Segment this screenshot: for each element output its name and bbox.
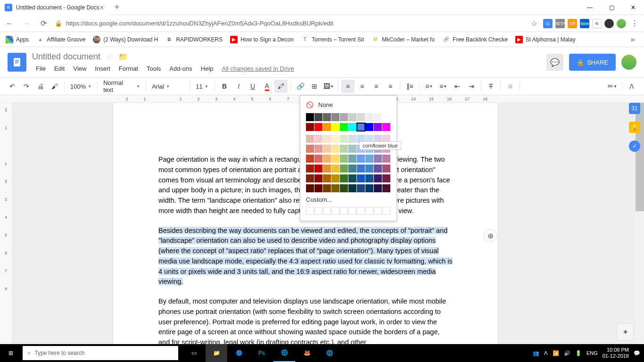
comments-button[interactable]: 💬 xyxy=(546,54,563,71)
battery-icon[interactable]: 🔋 xyxy=(575,350,582,356)
color-swatch[interactable] xyxy=(314,123,322,131)
menu-insert[interactable]: Insert xyxy=(91,63,114,74)
recent-swatch[interactable] xyxy=(323,207,331,215)
app-icon[interactable]: 🔵 xyxy=(228,344,250,362)
font-size-select[interactable]: 11▼ xyxy=(193,80,212,93)
align-right-button[interactable]: ≡ xyxy=(370,80,383,93)
underline-button[interactable]: U xyxy=(246,80,259,93)
color-swatch[interactable] xyxy=(323,174,331,182)
docs-logo[interactable] xyxy=(8,53,26,72)
color-none-option[interactable]: 🚫 None xyxy=(306,101,391,108)
recent-swatch[interactable] xyxy=(365,207,373,215)
close-tab-icon[interactable]: × xyxy=(100,4,104,11)
color-swatch[interactable] xyxy=(306,174,314,182)
windows-search[interactable]: ○ Type here to search xyxy=(23,346,178,360)
color-swatch[interactable] xyxy=(374,174,382,182)
color-swatch[interactable] xyxy=(323,165,331,173)
align-left-button[interactable]: ≡ xyxy=(341,80,355,93)
bookmark-item[interactable]: TTorrents – Torrent Sit xyxy=(301,36,364,43)
color-swatch[interactable] xyxy=(357,123,365,131)
color-swatch[interactable] xyxy=(357,174,365,182)
ext-icon-new[interactable]: New xyxy=(580,19,589,28)
color-swatch[interactable] xyxy=(340,184,348,192)
color-swatch[interactable] xyxy=(323,113,331,121)
custom-color-option[interactable]: Custom... xyxy=(306,196,391,203)
vertical-ruler[interactable]: 2112345678 xyxy=(0,103,12,344)
color-swatch[interactable] xyxy=(331,145,339,153)
color-swatch[interactable] xyxy=(331,184,339,192)
color-swatch[interactable] xyxy=(348,113,356,121)
line-spacing-button[interactable]: ‖≡ xyxy=(403,80,416,93)
color-swatch[interactable] xyxy=(306,165,314,173)
increase-indent-button[interactable]: ⇥ xyxy=(465,80,478,93)
recent-swatch[interactable] xyxy=(357,207,365,215)
network-icon[interactable]: 📶 xyxy=(553,350,559,356)
bulleted-list-button[interactable]: ≡▼ xyxy=(437,80,450,93)
font-select[interactable]: Arial▼ xyxy=(149,80,187,93)
color-swatch[interactable] xyxy=(314,135,322,143)
bookmark-item[interactable]: TH(2 Ways) Download H xyxy=(93,36,158,43)
color-swatch[interactable] xyxy=(374,184,382,192)
color-swatch[interactable] xyxy=(348,165,356,173)
color-swatch[interactable] xyxy=(348,123,356,131)
zoom-select[interactable]: 100%▼ xyxy=(67,80,94,93)
color-swatch[interactable] xyxy=(306,123,314,131)
color-swatch[interactable] xyxy=(365,123,373,131)
color-swatch[interactable] xyxy=(314,145,322,153)
recent-swatch[interactable] xyxy=(382,207,390,215)
paint-format-button[interactable]: 🖌 xyxy=(48,80,61,93)
bookmark-item[interactable]: ▶How to Sign a Decon xyxy=(230,36,294,43)
explore-button[interactable]: ✦ xyxy=(617,323,634,340)
recent-swatch[interactable] xyxy=(331,207,339,215)
chrome-icon-2[interactable]: 🌐 xyxy=(319,344,340,362)
document-title[interactable]: Untitled document xyxy=(32,52,100,62)
menu-addons[interactable]: Add-ons xyxy=(165,63,196,74)
bookmark-item[interactable]: 🗎RAPIDWORKERS xyxy=(165,36,223,43)
lang-indicator[interactable]: ENG xyxy=(586,350,598,356)
redo-button[interactable]: ↷ xyxy=(20,80,33,93)
url-field[interactable]: 🔒 https://docs.google.com/document/d/1zz… xyxy=(55,20,525,27)
close-button[interactable]: ✕ xyxy=(622,0,644,15)
color-swatch[interactable] xyxy=(365,155,373,163)
color-swatch[interactable] xyxy=(340,145,348,153)
color-swatch[interactable] xyxy=(357,113,365,121)
color-swatch[interactable] xyxy=(374,165,382,173)
ext-icon-n[interactable]: N xyxy=(592,19,602,28)
color-swatch[interactable] xyxy=(374,155,382,163)
color-swatch[interactable] xyxy=(331,135,339,143)
style-select[interactable]: Normal text▼ xyxy=(100,80,143,93)
insert-image-button[interactable]: 🖼▼ xyxy=(322,80,335,93)
color-swatch[interactable] xyxy=(314,184,322,192)
numbered-list-button[interactable]: ≡▼ xyxy=(422,80,436,93)
color-swatch[interactable] xyxy=(365,174,373,182)
profile-avatar[interactable] xyxy=(617,19,626,28)
color-swatch[interactable] xyxy=(323,135,331,143)
star-button[interactable]: ☆ xyxy=(106,52,113,61)
color-swatch[interactable] xyxy=(382,113,390,121)
browser-tab[interactable]: ≡ Untitled document - Google Docs × xyxy=(0,0,108,15)
photoshop-icon[interactable]: Ps xyxy=(251,344,272,362)
tasks-icon[interactable]: ✓ xyxy=(629,140,640,152)
menu-help[interactable]: Help xyxy=(197,63,217,74)
maximize-button[interactable]: ▢ xyxy=(601,0,622,15)
menu-format[interactable]: Format xyxy=(115,63,142,74)
color-swatch[interactable] xyxy=(348,184,356,192)
italic-button[interactable]: I xyxy=(232,80,245,93)
color-swatch[interactable] xyxy=(331,155,339,163)
bold-button[interactable]: B xyxy=(218,80,231,93)
color-swatch[interactable] xyxy=(331,165,339,173)
paragraph[interactable]: By default, most computer and television… xyxy=(158,296,453,344)
add-comment-button[interactable]: ⊞ xyxy=(308,80,321,93)
keep-icon[interactable]: 💡 xyxy=(629,122,640,133)
color-swatch[interactable] xyxy=(340,135,348,143)
color-swatch[interactable] xyxy=(314,174,322,182)
color-swatch[interactable] xyxy=(314,165,322,173)
color-swatch[interactable] xyxy=(340,123,348,131)
color-swatch[interactable] xyxy=(374,113,382,121)
print-button[interactable]: 🖨 xyxy=(34,80,47,93)
text-color-button[interactable]: A xyxy=(260,80,273,93)
color-swatch[interactable] xyxy=(331,113,339,121)
align-justify-button[interactable]: ≡ xyxy=(384,80,397,93)
user-avatar[interactable] xyxy=(621,55,636,70)
color-swatch[interactable] xyxy=(340,165,348,173)
